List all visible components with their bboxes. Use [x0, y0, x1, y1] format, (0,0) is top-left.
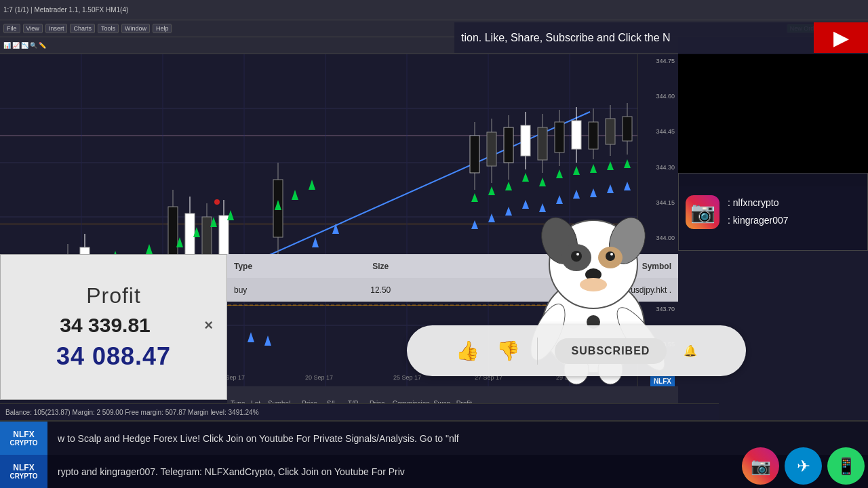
tools-menu[interactable]: Tools [98, 24, 119, 33]
status-bar: Balance: 105(213.87) Margin: 2 509.00 Fr… [0, 403, 719, 420]
yt-banner: tion. Like, Share, Subscribe and Click t… [454, 22, 868, 53]
svg-point-117 [606, 251, 615, 261]
svg-rect-76 [606, 119, 615, 144]
ticker-logo-line2: CRYPTO [9, 439, 37, 447]
svg-text:25 Sep 17: 25 Sep 17 [393, 374, 421, 381]
svg-rect-64 [504, 127, 513, 163]
yt-banner-text: tion. Like, Share, Subscribe and Click t… [454, 32, 814, 44]
price-label-3: 344.45 [639, 128, 677, 135]
ticker-bar: NLFX CRYPTO w to Scalp and Hedge Forex L… [0, 420, 868, 488]
instagram-account-2: : kingrager007 [728, 212, 789, 229]
right-video-panel [678, 54, 868, 186]
price-label-2: 344.60 [639, 93, 677, 100]
svg-rect-38 [219, 216, 229, 256]
svg-rect-34 [185, 214, 195, 258]
whatsapp-social-icon: 📱 [836, 457, 856, 476]
svg-marker-98 [607, 184, 614, 193]
interaction-overlay: 👍 👎 SUBSCRIBED 🔔 [407, 325, 746, 376]
instagram-logo: 📷 [690, 200, 715, 224]
ticker-logo2-line1: NLFX [13, 463, 34, 472]
window-menu[interactable]: Window [121, 24, 150, 33]
youtube-logo-box: ▶ [814, 22, 868, 53]
divider [537, 338, 538, 365]
svg-marker-102 [248, 332, 254, 342]
profit-panel: Profit 34 339.81 × 34 088.47 [0, 254, 227, 400]
profit-close-button[interactable]: × [204, 317, 213, 334]
status-text: Balance: 105(213.87) Margin: 2 509.00 Fr… [5, 409, 259, 416]
view-menu[interactable]: View [23, 24, 43, 33]
ticker-text2: rypto and kingrager007. Telegram: NLFXan… [47, 466, 415, 477]
svg-marker-91 [488, 214, 495, 222]
svg-rect-74 [589, 122, 598, 149]
svg-marker-54 [312, 237, 319, 247]
svg-marker-85 [573, 166, 580, 175]
svg-point-116 [571, 251, 582, 262]
svg-marker-84 [556, 169, 563, 178]
ticker-logo2-line2: CRYPTO [9, 472, 37, 480]
bell-button[interactable]: 🔔 [684, 344, 697, 357]
price-label-4: 344.30 [639, 164, 677, 171]
subscribe-button[interactable]: SUBSCRIBED [555, 338, 667, 364]
svg-marker-83 [539, 178, 546, 186]
svg-point-121 [580, 278, 607, 291]
svg-marker-55 [332, 224, 339, 234]
svg-marker-90 [471, 220, 478, 229]
svg-point-44 [214, 199, 220, 205]
svg-rect-72 [572, 121, 581, 149]
svg-marker-57 [292, 190, 298, 200]
insert-menu[interactable]: Insert [45, 24, 68, 33]
svg-rect-78 [623, 117, 632, 141]
instagram-account-1: : nlfxncrypto [728, 195, 789, 211]
svg-marker-79 [471, 193, 478, 202]
svg-marker-101 [264, 336, 271, 346]
trade-type: buy [234, 285, 275, 295]
profit-value2: 34 088.47 [56, 342, 171, 371]
svg-marker-99 [624, 182, 631, 190]
svg-marker-88 [624, 159, 631, 168]
svg-rect-68 [538, 127, 547, 160]
youtube-icon: ▶ [833, 26, 849, 49]
file-menu[interactable]: File [3, 24, 20, 33]
trade-size: 12.50 [288, 285, 473, 295]
svg-point-119 [610, 253, 613, 256]
profit-value1: 34 339.81 [14, 314, 196, 337]
svg-marker-82 [522, 173, 529, 182]
price-label-1: 344.75 [639, 58, 677, 64]
instagram-social-icon: 📷 [751, 457, 771, 476]
charts-menu[interactable]: Charts [70, 24, 95, 33]
whatsapp-social-btn[interactable]: 📱 [827, 447, 865, 485]
col-type: Type [234, 262, 275, 271]
svg-marker-30 [146, 244, 153, 254]
instagram-text: : nlfxncrypto : kingrager007 [728, 195, 789, 228]
svg-marker-86 [590, 164, 597, 173]
instagram-panel: 📷 : nlfxncrypto : kingrager007 [678, 173, 868, 251]
svg-marker-58 [309, 180, 315, 190]
social-icons: 📷 ✈ 📱 [742, 447, 865, 485]
telegram-social-icon: ✈ [797, 457, 810, 476]
main-toolbar: 1:7 (1/1) | Metatrader 1.1, 1.50FX HM1(4… [0, 0, 868, 20]
dislike-button[interactable]: 👎 [496, 340, 520, 362]
svg-rect-60 [470, 136, 479, 173]
instagram-social-btn[interactable]: 📷 [742, 447, 779, 485]
svg-rect-62 [487, 132, 496, 166]
ticker-row1: NLFX CRYPTO w to Scalp and Hedge Forex L… [0, 422, 868, 455]
svg-point-118 [576, 253, 579, 256]
telegram-social-btn[interactable]: ✈ [785, 447, 822, 485]
svg-marker-81 [505, 182, 512, 190]
ticker-text1: w to Scalp and Hedge Forex Live! Click J… [47, 433, 469, 444]
svg-marker-80 [488, 186, 495, 195]
help-menu[interactable]: Help [153, 24, 172, 33]
svg-rect-70 [555, 122, 564, 152]
svg-text:20 Sep 17: 20 Sep 17 [305, 374, 333, 381]
col-size: Size [288, 262, 473, 271]
instagram-icon: 📷 [686, 195, 719, 229]
profit-value-row: 34 339.81 × [1, 314, 226, 337]
like-button[interactable]: 👍 [456, 340, 479, 362]
ticker-logo: NLFX CRYPTO [0, 422, 47, 455]
ticker-logo2: NLFX CRYPTO [0, 455, 47, 488]
profit-title: Profit [86, 283, 141, 308]
ticker-row2: NLFX CRYPTO rypto and kingrager007. Tele… [0, 455, 868, 488]
svg-rect-66 [521, 125, 530, 156]
window-title: 1:7 (1/1) | Metatrader 1.1, 1.50FX HM1(4… [3, 6, 128, 14]
ticker-logo-line1: NLFX [13, 430, 34, 439]
